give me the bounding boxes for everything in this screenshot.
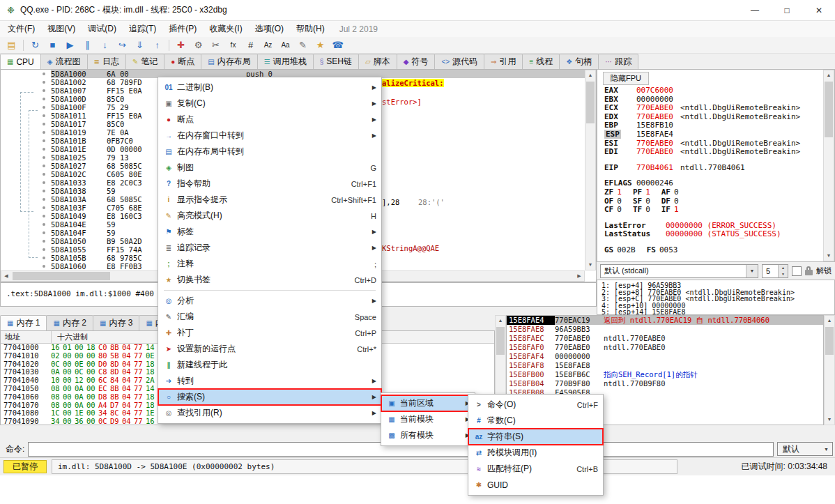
patch-icon[interactable]: ✚	[172, 38, 190, 53]
menubar-item-3[interactable]: 调试(D)	[82, 21, 123, 37]
tab-source[interactable]: <>源代码	[434, 54, 484, 69]
aa-lowercase-icon[interactable]: Aa	[277, 38, 294, 53]
tab-threads[interactable]: ≡线程	[522, 54, 560, 69]
menu-item-trace-record[interactable]: ≣追踪记录▶	[158, 240, 381, 256]
menu-item-patch[interactable]: ✚补丁Ctrl+P	[158, 325, 381, 341]
scroll-right-icon[interactable]: ▶	[574, 271, 584, 281]
stack-row[interactable]: 15E8FB0015E8FB6C指向SEH_Record[1]的指针	[507, 370, 823, 379]
breakpoint-dot[interactable]	[43, 240, 45, 243]
submenu-item-string[interactable]: az字符串(S)	[468, 429, 603, 445]
register-value[interactable]: 770B4061	[636, 164, 673, 173]
breakpoint-dot[interactable]	[43, 248, 45, 251]
open-file-icon[interactable]: ▤	[3, 38, 20, 53]
tab-cpu[interactable]: ▦CPU	[0, 54, 41, 69]
breakpoint-dot[interactable]	[43, 190, 45, 192]
breakpoint-dot[interactable]	[43, 173, 45, 176]
menu-item-graph[interactable]: ◈制图G	[158, 160, 381, 176]
stack-row[interactable]: 15E8FAEC770EABE0ntdll.770EABE0	[507, 334, 823, 343]
phone-icon[interactable]: ☎	[329, 38, 346, 53]
flag-value[interactable]: 1	[617, 188, 622, 197]
hide-fpu-button[interactable]: 隐藏FPU	[603, 72, 649, 85]
scrollbar-thumb[interactable]	[586, 82, 595, 123]
dock-tab-memory-3[interactable]: ▦内存 3	[93, 315, 139, 330]
menubar-item-7[interactable]: 选项(O)	[249, 21, 290, 37]
scrollbar-thumb[interactable]	[825, 327, 834, 355]
tab-notes[interactable]: ✎笔记	[125, 54, 164, 69]
segment-value[interactable]: 0053	[659, 246, 678, 255]
breakpoint-dot[interactable]	[43, 257, 45, 259]
stack-vscrollbar[interactable]: ▲ ▼	[824, 315, 835, 425]
register-line[interactable]: ECX770EABE0<ntdll.DbgUiRemoteBreakin>	[597, 104, 834, 113]
tab-call-stack[interactable]: ☰调用堆栈	[257, 54, 314, 69]
menu-item-comment[interactable]: ;注释;	[158, 256, 381, 272]
stepper-down-icon[interactable]: ▼	[779, 271, 788, 277]
breakpoint-dot[interactable]	[43, 165, 45, 167]
menubar-item-4[interactable]: 追踪(T)	[123, 21, 162, 37]
breakpoint-dot[interactable]	[43, 106, 45, 109]
calling-convention-select[interactable]: 默认 (stdcall) ▼	[600, 264, 758, 278]
az-uppercase-icon[interactable]: Az	[259, 38, 277, 53]
scrollbar-thumb[interactable]	[825, 82, 833, 137]
menu-item-assemble[interactable]: ✎汇编Space	[158, 309, 381, 325]
segment-value[interactable]: 002B	[617, 246, 636, 255]
scroll-up-icon[interactable]: ▲	[496, 316, 505, 326]
breakpoint-dot[interactable]	[43, 215, 45, 217]
stop-icon[interactable]: ■	[44, 38, 61, 53]
submenu-item-pattern[interactable]: ≈匹配特征(P)Ctrl+B	[468, 461, 603, 477]
menu-item-label[interactable]: ⚑标签▶	[158, 224, 381, 240]
flag-value[interactable]: 0	[617, 206, 622, 215]
flag-value[interactable]: 0	[674, 188, 679, 197]
register-line[interactable]: ESP15E8FAE4	[597, 130, 834, 139]
step-over-icon[interactable]: ↪	[114, 38, 131, 53]
submenu-item-guid[interactable]: ✱GUID	[468, 477, 603, 493]
scrollbar-thumb[interactable]	[13, 272, 110, 280]
menu-item-breakpoint[interactable]: ●断点▶	[158, 112, 381, 128]
tab-memory-map[interactable]: ▤内存布局	[201, 54, 257, 69]
scissors-icon[interactable]: ✂	[207, 38, 224, 53]
menu-item-follow-in-memory-map[interactable]: ▤在内存布局中转到	[158, 144, 381, 160]
minimize-button[interactable]: —	[739, 0, 771, 21]
dock-tab-memory-1[interactable]: ▦内存 1	[0, 315, 47, 330]
favorites-star-icon[interactable]: ★	[312, 38, 329, 53]
register-value[interactable]: 007C6000	[636, 86, 673, 96]
menu-item-find-references[interactable]: ◎查找引用(R)▶	[158, 405, 381, 421]
menubar-item-6[interactable]: 收藏夹(I)	[203, 21, 248, 37]
tab-references[interactable]: ⇒引用	[484, 54, 523, 69]
stack-row[interactable]: 15E8FAF400000000	[507, 352, 823, 361]
registers-vscrollbar[interactable]: ▲ ▼	[823, 70, 834, 261]
tab-handles[interactable]: ❖句柄	[559, 54, 599, 69]
pause-icon[interactable]: ∥	[79, 38, 96, 53]
breakpoint-dot[interactable]	[43, 89, 45, 92]
menubar-item-1[interactable]: 文件(F)	[1, 21, 41, 37]
tab-trace[interactable]: ⋯跟踪	[598, 54, 638, 69]
breakpoint-dot[interactable]	[43, 181, 45, 184]
hash-icon[interactable]: #	[242, 38, 259, 53]
menubar-item-2[interactable]: 视图(V)	[41, 21, 82, 37]
register-line[interactable]: GS002BFS0053	[597, 246, 834, 255]
stack-row[interactable]: 15E8FAF815E8FAE8	[507, 361, 823, 370]
disassembly-vscrollbar[interactable]: ▲ ▼	[585, 70, 596, 270]
menubar-item-8[interactable]: 帮助(H)	[290, 21, 331, 37]
breakpoint-dot[interactable]	[43, 156, 45, 159]
menu-item-copy[interactable]: ▣复制(C)▶	[158, 96, 381, 112]
run-icon[interactable]: ▶	[61, 38, 79, 53]
scroll-up-icon[interactable]: ▲	[585, 70, 595, 80]
breakpoint-dot[interactable]	[43, 81, 45, 84]
breakpoint-dot[interactable]	[43, 123, 45, 125]
menu-item-highlight-mode[interactable]: ✎高亮模式(H)H	[158, 208, 381, 224]
argument-count-stepper[interactable]: 5 ▲▼	[762, 264, 788, 278]
submenu-item-current-module[interactable]: ▦当前模块▶	[381, 411, 475, 427]
menubar-item-5[interactable]: 插件(P)	[162, 21, 203, 37]
register-line[interactable]: ZF1PF1AF0	[597, 188, 834, 197]
menu-item-search[interactable]: ○搜索(S)▶	[158, 389, 381, 405]
breakpoint-dot[interactable]	[43, 231, 45, 234]
scroll-left-icon[interactable]: ◀	[1, 271, 11, 281]
breakpoint-dot[interactable]	[43, 206, 45, 209]
dock-tab-memory-2[interactable]: ▦内存 2	[46, 315, 93, 330]
register-line[interactable]: EAX007C6000	[597, 86, 834, 96]
tab-graph[interactable]: ◈流程图	[40, 54, 88, 69]
menu-item-set-new-origin[interactable]: ➤设置新的运行点Ctrl+*	[158, 341, 381, 357]
tab-seh-chain[interactable]: §SEH链	[313, 54, 359, 69]
tab-script[interactable]: ▱脚本	[358, 54, 397, 69]
fx-icon[interactable]: fx	[224, 38, 242, 53]
